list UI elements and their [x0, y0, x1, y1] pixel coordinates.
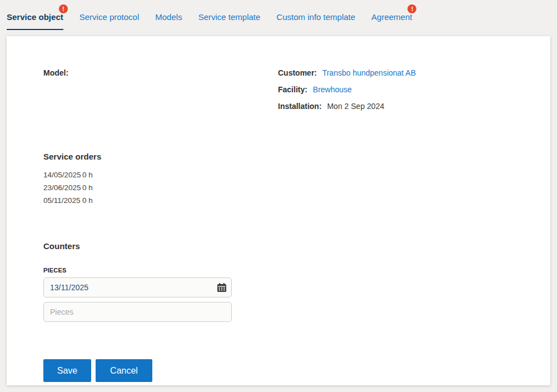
installation-value: Mon 2 Sep 2024	[327, 102, 384, 111]
calendar-icon[interactable]	[217, 282, 227, 292]
alert-badge-icon: !	[59, 4, 68, 13]
tab-service-protocol[interactable]: Service protocol	[79, 12, 140, 29]
order-hours: 0 h	[82, 183, 93, 192]
tab-label: Custom info template	[276, 12, 355, 22]
service-orders-heading: Service orders	[43, 152, 528, 161]
tab-label: Service template	[198, 12, 261, 22]
order-date: 23/06/2025	[43, 183, 82, 192]
tab-label: Service object	[7, 12, 63, 22]
pieces-input[interactable]	[43, 302, 232, 322]
service-order-row: 05/11/2025 0 h	[43, 196, 528, 205]
cancel-button[interactable]: Cancel	[96, 359, 152, 382]
form-actions: Save Cancel	[43, 359, 528, 382]
tab-models[interactable]: Models	[155, 12, 182, 29]
order-hours: 0 h	[82, 171, 93, 179]
calendar-icon-glyph	[217, 282, 227, 292]
customer-label: Customer:	[278, 68, 317, 77]
tab-service-object[interactable]: Service object !	[7, 12, 63, 30]
service-object-details: Model: Customer: Transbo hundpensionat A…	[43, 68, 528, 118]
tab-label: Agreement	[371, 12, 412, 22]
order-date: 14/05/2025	[43, 171, 82, 179]
service-order-row: 14/05/2025 0 h	[43, 171, 528, 179]
facility-link[interactable]: Brewhouse	[313, 85, 352, 94]
details-right-column: Customer: Transbo hundpensionat AB Facil…	[278, 68, 528, 118]
model-row: Model:	[43, 68, 278, 78]
facility-row: Facility: Brewhouse	[278, 85, 528, 95]
installation-label: Installation:	[278, 102, 322, 111]
alert-badge-icon: !	[407, 4, 416, 13]
installation-row: Installation: Mon 2 Sep 2024	[278, 101, 528, 111]
pieces-field-label: PIECES	[43, 267, 528, 274]
counter-date-field-wrap	[43, 277, 232, 297]
details-left-column: Model:	[43, 68, 278, 118]
pieces-field-wrap	[43, 302, 232, 322]
order-hours: 0 h	[82, 196, 93, 205]
order-date: 05/11/2025	[43, 196, 82, 205]
customer-row: Customer: Transbo hundpensionat AB	[278, 68, 528, 78]
tab-bar: Service object ! Service protocol Models…	[0, 0, 557, 36]
tab-service-template[interactable]: Service template	[198, 12, 261, 29]
counter-date-input[interactable]	[43, 277, 232, 297]
model-label: Model:	[43, 68, 68, 77]
content-panel: Model: Customer: Transbo hundpensionat A…	[7, 36, 550, 385]
customer-link[interactable]: Transbo hundpensionat AB	[322, 68, 416, 77]
tab-agreement[interactable]: Agreement !	[371, 12, 412, 29]
service-orders-section: Service orders 14/05/2025 0 h 23/06/2025…	[43, 152, 528, 205]
facility-label: Facility:	[278, 85, 307, 94]
service-order-row: 23/06/2025 0 h	[43, 183, 528, 192]
counters-section: Counters PIECES	[43, 241, 528, 322]
tab-label: Models	[155, 12, 182, 22]
tab-label: Service protocol	[79, 12, 140, 22]
service-orders-list: 14/05/2025 0 h 23/06/2025 0 h 05/11/2025…	[43, 171, 528, 205]
counters-heading: Counters	[43, 241, 528, 251]
save-button[interactable]: Save	[43, 359, 91, 382]
tab-custom-info-template[interactable]: Custom info template	[276, 12, 355, 29]
